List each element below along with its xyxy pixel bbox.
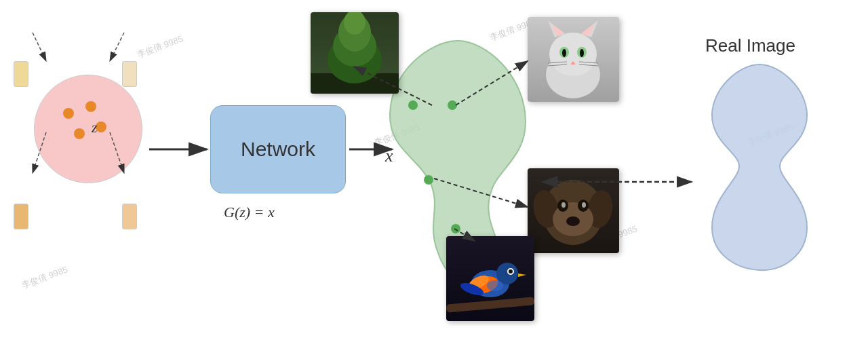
svg-point-41 [509,269,513,273]
green-dot [424,175,433,185]
green-dot [448,100,457,110]
z-label: z [92,119,98,136]
thumb-cat [528,17,619,102]
svg-point-43 [487,280,503,291]
formula-label: G(z) = x [224,204,275,221]
latent-section: z [14,54,156,251]
x-label: x [385,146,393,166]
thumb-dog [528,168,619,253]
network-box: Network [210,105,346,193]
svg-point-9 [549,33,597,76]
latent-rect [122,61,137,87]
network-label: Network [241,138,315,161]
latent-rect [14,61,28,87]
svg-point-17 [580,49,584,57]
orange-dot [74,128,85,139]
svg-point-31 [582,202,586,208]
green-dot [451,224,460,233]
thumb-tree [311,12,399,94]
svg-point-36 [496,263,518,284]
svg-point-32 [566,216,580,226]
green-dot [408,100,418,110]
latent-rect [122,204,137,229]
watermark: 李俊倩 9985 [20,263,69,291]
svg-point-30 [561,202,566,208]
main-canvas: 李俊倩 9985 李俊倩 9985 李俊倩 9985 李俊倩 9985 李俊倩 … [0,0,868,340]
latent-rect [14,204,28,229]
real-shape-svg [692,54,827,278]
real-image-label: Real Image [705,35,795,56]
thumb-bird [446,236,534,321]
svg-point-16 [562,49,566,57]
orange-dot [85,101,96,112]
orange-dot [63,108,74,119]
latent-circle [34,75,142,183]
